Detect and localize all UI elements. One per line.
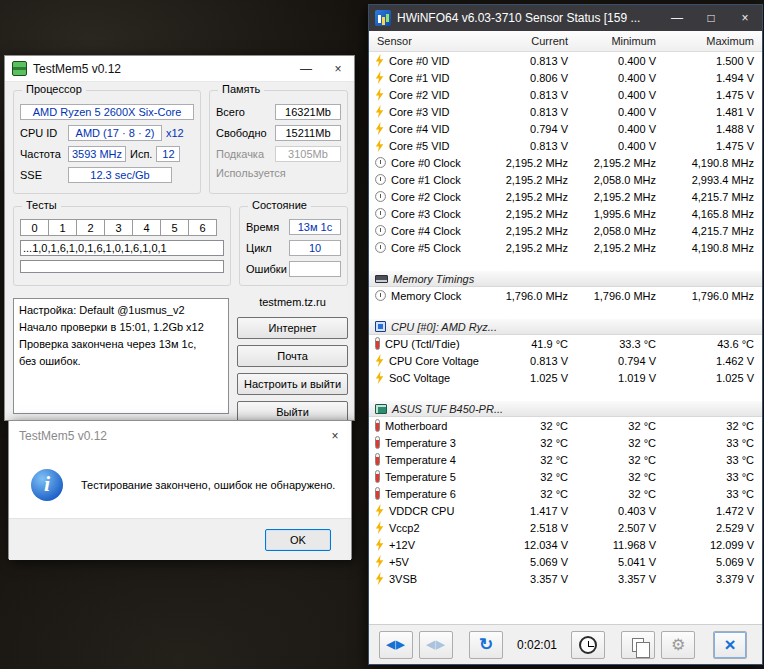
sensor-row[interactable]: Core #0 Clock2,195.2 MHz2,195.2 MHz4,190… bbox=[369, 154, 762, 171]
sensor-max: 1.494 V bbox=[664, 72, 762, 84]
sensor-label-cell: VDDCR CPU bbox=[369, 504, 481, 517]
sse-label: SSE bbox=[20, 169, 64, 181]
sensor-max: 1.475 V bbox=[664, 140, 762, 152]
info-icon: i bbox=[31, 469, 63, 501]
thermometer-icon bbox=[375, 337, 380, 350]
sensor-row[interactable]: Core #1 Clock2,195.2 MHz2,058.0 MHz2,993… bbox=[369, 171, 762, 188]
settings-button[interactable]: ⚙ bbox=[661, 631, 695, 659]
sensor-row[interactable]: SoC Voltage1.025 V1.019 V1.025 V bbox=[369, 369, 762, 386]
close-icon: × bbox=[724, 634, 735, 656]
sensor-row[interactable]: Memory Clock1,796.0 MHz1,796.0 MHz1,796.… bbox=[369, 287, 762, 304]
sensor-min: 2,195.2 MHz bbox=[576, 157, 664, 169]
clock-button[interactable] bbox=[571, 631, 605, 659]
nav-arrows-disabled-button[interactable]: ◀▶ bbox=[419, 631, 453, 659]
sensor-current: 0.794 V bbox=[481, 123, 576, 135]
nav-arrows-button[interactable]: ◀▶ bbox=[379, 631, 413, 659]
sensor-label-cell: Core #4 VID bbox=[369, 122, 481, 135]
minimize-button[interactable]: — bbox=[660, 5, 694, 31]
section-row[interactable]: Memory Timings bbox=[369, 270, 762, 287]
sensor-row[interactable]: VDDCR CPU1.417 V0.403 V1.472 V bbox=[369, 502, 762, 519]
sensor-current: 0.813 V bbox=[481, 106, 576, 118]
cpu-id-mult: x12 bbox=[166, 127, 184, 139]
sensor-label-cell: Core #2 VID bbox=[369, 88, 481, 101]
mem-free-label: Свободно bbox=[216, 127, 267, 139]
table-spacer bbox=[369, 256, 762, 270]
sensor-min: 32 °C bbox=[576, 420, 664, 432]
sensor-row[interactable]: Core #5 Clock2,195.2 MHz2,195.2 MHz4,190… bbox=[369, 239, 762, 256]
configure-exit-button[interactable]: Настроить и выйти bbox=[237, 373, 348, 395]
clock-icon bbox=[375, 225, 386, 236]
hwinfo-rows: Core #0 VID0.813 V0.400 V1.500 VCore #1 … bbox=[369, 52, 762, 624]
sensor-row[interactable]: CPU (Tctl/Tdie)41.9 °C33.3 °C43.6 °C bbox=[369, 335, 762, 352]
mem-used-label: Используется bbox=[216, 167, 286, 179]
sensor-min: 2,195.2 MHz bbox=[576, 242, 664, 254]
dialog-message: Тестирование закончено, ошибок не обнару… bbox=[81, 479, 335, 491]
sensor-label-cell: Core #2 Clock bbox=[369, 191, 481, 203]
maximize-button[interactable]: □ bbox=[694, 5, 728, 31]
sensor-current: 1,796.0 MHz bbox=[481, 290, 576, 302]
dialog-close-button[interactable]: × bbox=[319, 423, 351, 449]
sensor-max: 2,993.4 MHz bbox=[664, 174, 762, 186]
sensor-min: 2,058.0 MHz bbox=[576, 225, 664, 237]
sensor-row[interactable]: Vccp22.518 V2.507 V2.529 V bbox=[369, 519, 762, 536]
sensor-row[interactable]: Core #4 VID0.794 V0.400 V1.488 V bbox=[369, 120, 762, 137]
site-link[interactable]: testmem.tz.ru bbox=[259, 296, 326, 308]
testmem-titlebar[interactable]: TestMem5 v0.12 — × bbox=[5, 56, 354, 82]
sensor-table-header: Sensor Current Minimum Maximum bbox=[369, 31, 762, 52]
sensor-row[interactable]: +12V12.034 V11.968 V12.099 V bbox=[369, 536, 762, 553]
sensor-row[interactable]: Core #3 VID0.813 V0.400 V1.481 V bbox=[369, 103, 762, 120]
report-button[interactable] bbox=[621, 631, 655, 659]
sensor-label: Core #3 VID bbox=[389, 106, 450, 118]
sensor-row[interactable]: Temperature 432 °C32 °C33 °C bbox=[369, 451, 762, 468]
sensor-row[interactable]: CPU Core Voltage0.813 V0.794 V1.462 V bbox=[369, 352, 762, 369]
minimize-button[interactable]: — bbox=[290, 56, 322, 82]
sensor-row[interactable]: Temperature 632 °C32 °C33 °C bbox=[369, 485, 762, 502]
section-row[interactable]: CPU [#0]: AMD Ryz... bbox=[369, 318, 762, 335]
memory-group: Память Всего 16321Mb Свободно 15211Mb По… bbox=[209, 90, 348, 194]
sensor-label: SoC Voltage bbox=[389, 372, 450, 384]
sensor-row[interactable]: Motherboard32 °C32 °C32 °C bbox=[369, 417, 762, 434]
toolbar-close-button[interactable]: × bbox=[713, 631, 747, 659]
test-cell: 5 bbox=[160, 219, 189, 236]
sensor-row[interactable]: Temperature 332 °C32 °C33 °C bbox=[369, 434, 762, 451]
log-textbox: Настройка: Default @1usmus_v2 Начало про… bbox=[13, 298, 229, 414]
refresh-button[interactable]: ↻ bbox=[469, 631, 503, 659]
mail-button[interactable]: Почта bbox=[237, 345, 348, 367]
sensor-min: 1,995.6 MHz bbox=[576, 208, 664, 220]
sensor-row[interactable]: Core #2 Clock2,195.2 MHz2,195.2 MHz4,215… bbox=[369, 188, 762, 205]
sensor-row[interactable]: +5V5.069 V5.041 V5.069 V bbox=[369, 553, 762, 570]
sensor-row[interactable]: Core #4 Clock2,195.2 MHz2,058.0 MHz4,215… bbox=[369, 222, 762, 239]
sensor-label-cell: CPU (Tctl/Tdie) bbox=[369, 337, 481, 350]
hwinfo-titlebar[interactable]: HWiNFO64 v6.03-3710 Sensor Status [159 .… bbox=[369, 5, 762, 31]
sensor-row[interactable]: Core #3 Clock2,195.2 MHz1,995.6 MHz4,165… bbox=[369, 205, 762, 222]
sensor-current: 2,195.2 MHz bbox=[481, 191, 576, 203]
sensor-row[interactable]: Core #5 VID0.813 V0.400 V1.475 V bbox=[369, 137, 762, 154]
sensor-min: 0.400 V bbox=[576, 55, 664, 67]
sensor-row[interactable]: Core #1 VID0.806 V0.400 V1.494 V bbox=[369, 69, 762, 86]
ok-button[interactable]: OK bbox=[265, 529, 331, 551]
sensor-row[interactable]: Core #2 VID0.813 V0.400 V1.475 V bbox=[369, 86, 762, 103]
clock-icon bbox=[375, 242, 386, 253]
test-cell: 4 bbox=[132, 219, 161, 236]
internet-button[interactable]: Интернет bbox=[237, 317, 348, 339]
voltage-icon bbox=[375, 122, 384, 135]
close-button[interactable]: × bbox=[728, 5, 762, 31]
sensor-row[interactable]: Temperature 532 °C32 °C33 °C bbox=[369, 468, 762, 485]
test-cell: 0 bbox=[20, 219, 49, 236]
sensor-label: Temperature 3 bbox=[385, 437, 456, 449]
sensor-min: 32 °C bbox=[576, 488, 664, 500]
thermometer-icon bbox=[375, 419, 380, 432]
sensor-label: Core #1 VID bbox=[389, 72, 450, 84]
sensor-max: 1.500 V bbox=[664, 55, 762, 67]
close-button[interactable]: × bbox=[322, 56, 354, 82]
section-row[interactable]: ASUS TUF B450-PR... bbox=[369, 400, 762, 417]
hwinfo-app-icon bbox=[375, 10, 391, 26]
test-cell: 1 bbox=[48, 219, 77, 236]
table-spacer bbox=[369, 386, 762, 400]
sensor-label-cell: Vccp2 bbox=[369, 521, 481, 534]
sensor-row[interactable]: Core #0 VID0.813 V0.400 V1.500 V bbox=[369, 52, 762, 69]
sensor-row[interactable]: 3VSB3.357 V3.357 V3.379 V bbox=[369, 570, 762, 587]
clock-icon bbox=[375, 290, 386, 301]
dialog-titlebar[interactable]: TestMem5 v0.12 × bbox=[9, 421, 351, 451]
sensor-current: 1.025 V bbox=[481, 372, 576, 384]
